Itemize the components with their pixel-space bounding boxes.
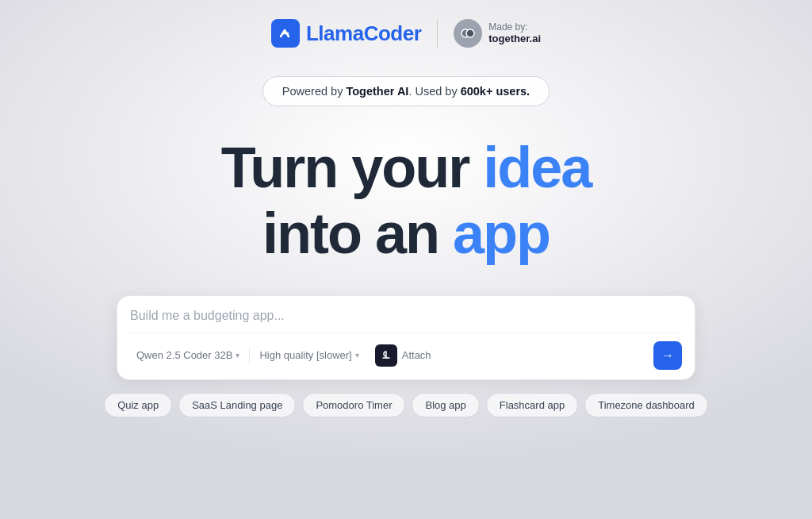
model-chevron-icon: ▾: [236, 351, 239, 359]
svg-point-1: [466, 29, 474, 37]
hero-line-2: into an app: [221, 201, 592, 267]
suggestion-chip[interactable]: SaaS Landing page: [178, 393, 296, 417]
logo-icon: [271, 19, 300, 48]
model-select[interactable]: Qwen 2.5 Coder 32B ▾: [130, 346, 246, 364]
logo: LlamaCoder: [271, 19, 421, 48]
logo-text: LlamaCoder: [306, 21, 421, 46]
header-divider: [437, 19, 438, 48]
hero-section: Turn your idea into an app: [221, 135, 592, 267]
quality-select[interactable]: High quality [slower] ▾: [253, 346, 365, 364]
made-by-text: Made by: together.ai: [488, 21, 541, 45]
attach-button[interactable]: Attach: [369, 341, 438, 370]
prompt-input[interactable]: [130, 309, 682, 333]
suggestion-chip[interactable]: Flashcard app: [486, 393, 578, 417]
attach-icon: [375, 344, 397, 367]
quality-chevron-icon: ▾: [355, 351, 359, 359]
together-icon: [454, 19, 482, 48]
header: LlamaCoder Made by: together.ai: [271, 0, 541, 63]
suggestion-chip[interactable]: Blog app: [412, 393, 479, 417]
suggestion-chip[interactable]: Pomodoro Timer: [302, 393, 405, 417]
suggestion-chip[interactable]: Quiz app: [104, 393, 172, 417]
controls-separator: [249, 348, 250, 363]
prompt-input-container: Qwen 2.5 Coder 32B ▾ High quality [slowe…: [117, 295, 695, 380]
made-by: Made by: together.ai: [454, 19, 541, 48]
suggestion-chips: Quiz appSaaS Landing pagePomodoro TimerB…: [104, 393, 708, 417]
send-button[interactable]: →: [653, 341, 682, 370]
suggestion-chip[interactable]: Timezone dashboard: [584, 393, 708, 417]
input-controls: Qwen 2.5 Coder 32B ▾ High quality [slowe…: [130, 333, 682, 370]
powered-by-badge: Powered by Together AI. Used by 600k+ us…: [262, 76, 550, 106]
hero-line-1: Turn your idea: [221, 135, 592, 201]
